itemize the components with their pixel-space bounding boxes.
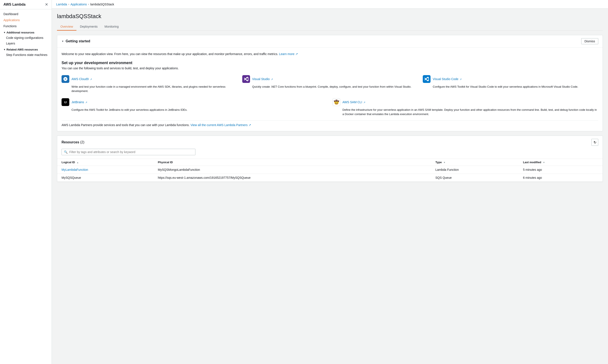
cell-type-1: SQS Queue [431,174,519,182]
breadcrumb-applications[interactable]: Applications [71,3,87,6]
jetbrains-link[interactable]: JetBrains ↗ [71,100,87,104]
table-row: MyLambdaFunction MySQSMongoLambdaFunctio… [57,166,603,174]
setup-title: Set up your development environment [62,61,598,65]
ext-icon-5: ↗ [363,101,365,104]
cloud9-icon [62,75,69,83]
jetbrains-icon: IJ [62,98,69,106]
arrow-icon-2: ▼ [3,48,6,51]
ext-icon: ↗ [90,78,92,80]
search-bar: 🔍 [62,149,195,155]
setup-section: Set up your development environment You … [62,61,598,127]
cell-modified-0: 5 minutes ago [519,166,603,174]
partners-link[interactable]: View all the current AWS Lambda Partners… [190,123,251,127]
cell-physical-id-1: https://sqs.eu-west-1.amazonaws.com/1916… [154,174,431,182]
collapse-arrow-icon: ▼ [62,40,64,42]
related-resources-label: Related AWS resources [6,48,38,51]
sidebar-item-layers[interactable]: Layers [0,40,52,46]
resources-count: (2) [80,140,84,144]
main-content: Lambda › Applications › lambdaSQSStack l… [52,0,608,364]
partners-text: AWS Lambda Partners provide services and… [62,120,598,127]
sort-icon-modified[interactable]: ▼ [543,161,545,164]
col-last-modified: Last modified ▼ [519,159,603,166]
sidebar: AWS Lambda ✕ Dashboard Applications Func… [0,0,52,364]
ext-icon-2: ↗ [271,78,273,80]
tools-grid-row2: IJ JetBrains ↗ Configure the AWS Toolkit… [62,98,598,116]
tab-monitoring[interactable]: Monitoring [101,23,122,31]
breadcrumb-sep-1: › [68,3,69,6]
cell-modified-1: 6 minutes ago [519,174,603,182]
cloud9-link[interactable]: AWS Cloud9 ↗ [71,77,92,81]
learn-more-link[interactable]: Learn more ↗ [279,52,298,56]
cell-logical-id-1: MySQSQueue [57,174,154,182]
vscode-icon [423,75,430,83]
getting-started-header: ▼ Getting started Dismiss [57,35,603,48]
sidebar-close-button[interactable]: ✕ [45,3,48,6]
sidebar-item-dashboard[interactable]: Dashboard [0,11,52,17]
getting-started-title: ▼ Getting started [62,39,90,43]
tab-overview[interactable]: Overview [57,23,77,31]
search-bar-wrapper: 🔍 [57,149,603,159]
tool-sam-cli: 🤠 AWS SAM CLI ↗ Define the infrastructur… [333,98,598,116]
sam-cli-link[interactable]: AWS SAM CLI ↗ [342,100,365,104]
sort-icon-type[interactable]: ▼ [443,161,446,164]
visual-studio-desc: Quickly create .NET Core functions from … [242,85,418,89]
tools-grid-row1: AWS Cloud9 ↗ Write and test your functio… [62,75,598,93]
tab-deployments[interactable]: Deployments [77,23,101,31]
col-physical-id: Physical ID [154,159,431,166]
getting-started-body: Welcome to your new application view. Fr… [57,48,603,131]
breadcrumb-sep-2: › [88,3,89,6]
additional-resources-label: Additional resources [6,31,34,34]
cloud9-desc: Write and test your function code in a m… [62,85,237,93]
visual-studio-link[interactable]: Visual Studio ↗ [252,77,273,81]
sidebar-item-step-functions[interactable]: Step Functions state machines [0,52,52,58]
getting-started-card: ▼ Getting started Dismiss Welcome to you… [57,35,603,131]
top-bar: Lambda › Applications › lambdaSQSStack [52,0,608,9]
sidebar-nav: Dashboard Applications Functions ▼ Addit… [0,9,52,59]
col-type: Type ▼ [431,159,519,166]
page-content: lambdaSQSStack Overview Deployments Moni… [52,9,608,191]
sam-desc: Define the infrastructure for your serve… [333,108,598,116]
page-title: lambdaSQSStack [57,13,603,20]
sidebar-item-code-signing[interactable]: Code signing configurations [0,35,52,40]
tabs: Overview Deployments Monitoring [57,23,603,31]
jetbrains-desc: Configure the AWS Toolkit for JetBrains … [62,108,327,112]
cell-physical-id-0: MySQSMongoLambdaFunction [154,166,431,174]
sidebar-section-additional-resources[interactable]: ▼ Additional resources [0,29,52,35]
sort-icon-logical[interactable]: ▲ [77,161,79,164]
sidebar-item-functions[interactable]: Functions [0,23,52,29]
ext-icon-3: ↗ [460,78,462,80]
tool-cloud9: AWS Cloud9 ↗ Write and test your functio… [62,75,237,93]
refresh-button[interactable]: ↻ [591,139,598,146]
vscode-desc: Configure the AWS Toolkit for Visual Stu… [423,85,598,89]
cell-logical-id-0: MyLambdaFunction [57,166,154,174]
lambda-function-link[interactable]: MyLambdaFunction [62,168,88,171]
breadcrumb-current: lambdaSQSStack [90,3,114,6]
vscode-link[interactable]: Visual Studio Code ↗ [433,77,462,81]
setup-subtitle: You can use the following tools and serv… [62,66,598,70]
resources-table: Logical ID ▲ Physical ID Type ▼ Last mod… [57,159,603,182]
ext-icon-4: ↗ [85,101,87,104]
col-logical-id: Logical ID ▲ [57,159,154,166]
visual-studio-icon [242,75,250,83]
welcome-text: Welcome to your new application view. Fr… [62,52,598,56]
breadcrumb-lambda[interactable]: Lambda [56,3,67,6]
arrow-icon: ▼ [3,31,6,34]
dismiss-button[interactable]: Dismiss [581,38,598,44]
sidebar-title: AWS Lambda [3,3,26,6]
sidebar-header: AWS Lambda ✕ [0,0,52,9]
tool-vscode: Visual Studio Code ↗ Configure the AWS T… [423,75,598,93]
search-icon: 🔍 [64,150,68,154]
resources-title: Resources (2) [62,140,84,144]
sidebar-section-related-resources[interactable]: ▼ Related AWS resources [0,46,52,52]
table-head: Logical ID ▲ Physical ID Type ▼ Last mod… [57,159,603,166]
search-input[interactable] [69,150,193,154]
breadcrumb: Lambda › Applications › lambdaSQSStack [56,3,114,6]
resources-header: Resources (2) ↻ [57,136,603,149]
table-row: MySQSQueue https://sqs.eu-west-1.amazona… [57,174,603,182]
table-body: MyLambdaFunction MySQSMongoLambdaFunctio… [57,166,603,182]
tool-jetbrains: IJ JetBrains ↗ Configure the AWS Toolkit… [62,98,327,116]
table-header-row: Logical ID ▲ Physical ID Type ▼ Last mod… [57,159,603,166]
sam-icon: 🤠 [333,98,340,106]
sidebar-item-applications[interactable]: Applications [0,17,52,23]
tool-visual-studio: Visual Studio ↗ Quickly create .NET Core… [242,75,418,93]
